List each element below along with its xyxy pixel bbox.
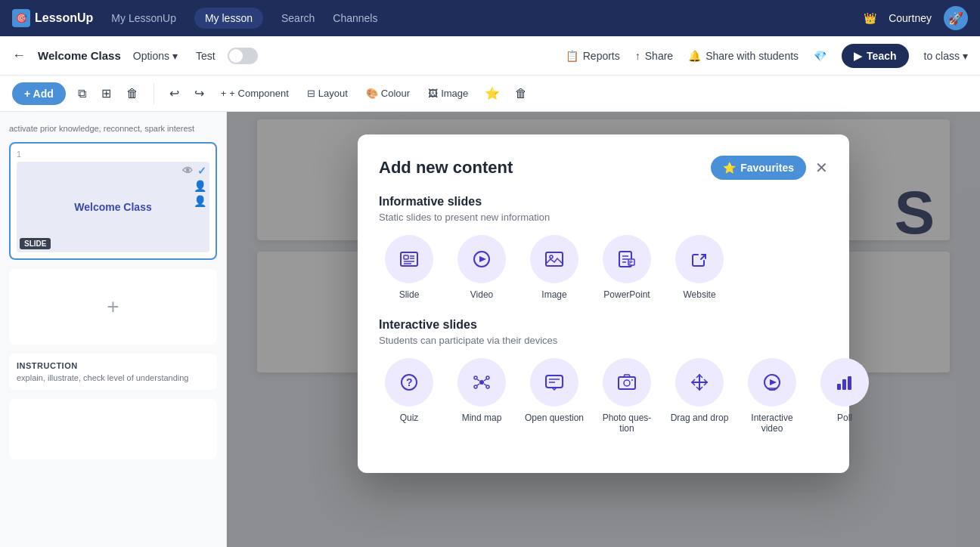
crown-icon: 👑 — [864, 12, 876, 24]
nav-channels[interactable]: Channels — [333, 12, 377, 24]
share-button[interactable]: ↑ Share — [635, 50, 673, 62]
share-students-icon: 🔔 — [688, 50, 701, 62]
options-button[interactable]: Options ▾ — [133, 50, 178, 62]
image-label: Image — [441, 88, 468, 99]
editor-toolbar: + Add ⧉ ⊞ 🗑 ↩ ↪ + + Component ⊟ Layout 🎨… — [0, 76, 980, 112]
sidebar-hint: activate prior knowledge, reconnect, spa… — [9, 121, 217, 136]
svg-point-22 — [486, 385, 489, 388]
quiz-icon: ? — [385, 358, 433, 406]
item-poll[interactable]: Poll — [814, 358, 875, 434]
quiz-item-label: Quiz — [400, 413, 419, 423]
slide-checkmark-icon: ✓ — [197, 165, 206, 177]
open-question-item-label: Open ques­tion — [525, 413, 584, 423]
powerpoint-icon: P — [603, 235, 651, 283]
gem-icon: 💎 — [814, 50, 826, 62]
mindmap-item-label: Mind map — [462, 413, 502, 423]
svg-point-18 — [479, 380, 484, 385]
modal-header: Add new content ⭐ Favourites ✕ — [379, 156, 828, 180]
delete-button[interactable]: 🗑 — [123, 84, 141, 104]
mindmap-icon — [457, 358, 506, 406]
colour-label: Colour — [381, 88, 410, 99]
slide-layout-icon-button[interactable]: ⊞ — [98, 83, 114, 104]
powerpoint-item-label: PowerPoint — [603, 289, 650, 300]
slide-item-1[interactable]: 1 Welcome Class ✓ 👁 👤 👤 SLIDE — [9, 142, 217, 260]
svg-text:?: ? — [406, 376, 413, 388]
slide-person-icon: 👤 — [194, 195, 206, 207]
add-slide-card[interactable]: + — [9, 269, 217, 345]
duplicate-button[interactable]: ⧉ — [75, 84, 89, 104]
instruction-card: INSTRUCTION explain, illustrate, check l… — [9, 354, 217, 390]
svg-text:P: P — [629, 260, 633, 265]
to-class-button[interactable]: to class ▾ — [924, 50, 968, 62]
item-website[interactable]: Website — [669, 235, 730, 300]
informative-section: Informative slides Static slides to pres… — [379, 195, 828, 300]
logo-icon: 🎯 — [12, 9, 30, 27]
logo-text: LessonUp — [35, 11, 93, 25]
modal-overlay[interactable]: Add new content ⭐ Favourites ✕ Informati… — [227, 112, 980, 547]
slide-thumbnail: Welcome Class ✓ 👁 👤 👤 SLIDE — [17, 162, 209, 252]
share-students-label: Share with students — [706, 50, 799, 62]
nav-search[interactable]: Search — [281, 12, 315, 24]
redo-button[interactable]: ↪ — [191, 83, 207, 104]
item-powerpoint[interactable]: P PowerPoint — [597, 235, 657, 300]
add-button[interactable]: + Add — [12, 82, 66, 105]
nav-my-lesson[interactable]: My lesson — [194, 8, 263, 29]
close-modal-button[interactable]: ✕ — [815, 160, 828, 175]
favourites-button[interactable]: ⭐ Favourites — [711, 156, 806, 180]
add-second-card[interactable] — [9, 399, 217, 459]
drag-drop-item-label: Drag and drop — [671, 413, 729, 423]
share-students-button[interactable]: 🔔 Share with students — [688, 50, 799, 62]
gem-icon-button[interactable]: 💎 — [814, 50, 826, 62]
svg-rect-1 — [404, 255, 408, 259]
image-item-label: Image — [541, 289, 566, 300]
svg-line-26 — [484, 384, 486, 385]
item-slide[interactable]: Slide — [379, 235, 439, 300]
secondary-nav: ← Welcome Class Options ▾ Test 📋 Reports… — [0, 36, 980, 76]
item-image[interactable]: Image — [524, 235, 585, 300]
video-item-label: Video — [470, 289, 493, 300]
reports-button[interactable]: 📋 Reports — [566, 50, 620, 62]
svg-rect-27 — [546, 375, 563, 388]
teach-label: Teach — [867, 50, 896, 62]
colour-button[interactable]: 🎨 Colour — [361, 85, 414, 102]
colour-icon: 🎨 — [366, 88, 378, 99]
svg-rect-8 — [546, 252, 563, 266]
svg-rect-38 — [842, 379, 846, 390]
share-icon: ↑ — [635, 50, 640, 62]
back-button[interactable]: ← — [12, 48, 26, 63]
interactive-video-icon — [748, 358, 796, 406]
test-toggle[interactable] — [228, 48, 258, 64]
component-label: + Component — [229, 88, 288, 99]
item-interactive-video[interactable]: Interactive video — [742, 358, 802, 434]
item-mindmap[interactable]: Mind map — [451, 358, 512, 434]
item-video[interactable]: Video — [451, 235, 512, 300]
logo[interactable]: 🎯 LessonUp — [12, 9, 93, 27]
interactive-section: Interactive slides Students can particip… — [379, 318, 828, 434]
svg-line-23 — [477, 379, 479, 381]
component-button[interactable]: + + Component — [216, 85, 293, 102]
photo-question-icon — [603, 358, 651, 406]
to-class-label: to class — [924, 50, 960, 62]
video-icon — [457, 235, 506, 283]
item-photo-question[interactable]: Photo ques­tion — [597, 358, 657, 434]
instruction-text: explain, illustrate, check level of unde… — [17, 373, 209, 382]
rocket-button[interactable]: 🚀 — [944, 6, 968, 30]
layout-button[interactable]: ⊟ Layout — [302, 85, 352, 102]
website-item-label: Website — [683, 289, 715, 300]
nav-my-lessonup[interactable]: My LessonUp — [111, 12, 176, 24]
user-name: Courtney — [889, 12, 932, 24]
item-open-question[interactable]: Open ques­tion — [524, 358, 585, 434]
image-button[interactable]: 🖼 Image — [423, 85, 473, 102]
teach-play-icon: ▶ — [854, 50, 862, 62]
item-drag-drop[interactable]: Drag and drop — [669, 358, 730, 434]
website-icon — [675, 235, 724, 283]
teach-button[interactable]: ▶ Teach — [842, 44, 908, 68]
star-button[interactable]: ⭐ — [482, 83, 503, 104]
drag-drop-icon — [675, 358, 724, 406]
svg-point-9 — [550, 255, 553, 258]
interactive-title: Interactive slides — [379, 318, 828, 332]
informative-subtitle: Static slides to present new information — [379, 212, 828, 223]
trash-button[interactable]: 🗑 — [512, 84, 530, 104]
undo-button[interactable]: ↩ — [166, 83, 182, 104]
item-quiz[interactable]: ? Quiz — [379, 358, 439, 434]
